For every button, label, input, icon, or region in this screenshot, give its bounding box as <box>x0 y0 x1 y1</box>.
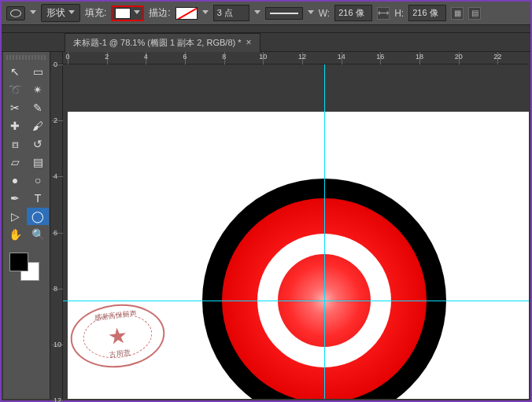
ruler-tick-label: 0 <box>65 53 69 61</box>
tool-preset-dropdown-icon[interactable] <box>30 10 36 17</box>
ruler-tick-label: 8 <box>54 285 57 293</box>
canvas-area[interactable]: 感谢高保留声 ★ 古用营 <box>63 65 529 399</box>
zoom-tool[interactable]: 🔍 <box>27 226 49 243</box>
ruler-tick-label: 10 <box>54 341 61 349</box>
toolbox-grip[interactable] <box>6 55 46 60</box>
canvas-pasteboard <box>63 65 529 112</box>
dodge-tool[interactable]: ○ <box>27 171 49 189</box>
shape-mode-select[interactable]: 形状 <box>41 4 80 22</box>
stroke-label: 描边: <box>149 6 170 20</box>
ruler-tick-label: 16 <box>376 53 384 61</box>
blur-tool[interactable]: ● <box>4 171 26 189</box>
ruler-tick-label: 0 <box>54 61 57 68</box>
horizontal-ruler[interactable]: 024681012141618202224 <box>63 52 529 65</box>
width-field[interactable]: 216 像 <box>334 5 372 21</box>
type-tool[interactable]: T <box>27 190 49 207</box>
ruler-tick-label: 6 <box>183 53 187 61</box>
stamp-tool[interactable]: ⧈ <box>4 135 26 153</box>
panel-divider <box>2 25 530 33</box>
ruler-tick-label: 10 <box>259 53 267 61</box>
link-wh-icon[interactable]: ⟷ <box>377 7 390 20</box>
document-tab[interactable]: 未标题-1 @ 78.1% (椭圆 1 副本 2, RGB/8) * × <box>65 33 260 52</box>
move-tool[interactable]: ↖ <box>4 63 26 80</box>
fill-swatch-highlight <box>111 6 144 21</box>
brush-tool[interactable]: 🖌 <box>27 117 49 135</box>
height-label: H: <box>394 8 404 19</box>
healing-tool[interactable]: ✚ <box>4 117 26 135</box>
ruler-tick-label: 2 <box>54 116 57 124</box>
ruler-tick-label: 12 <box>54 396 61 402</box>
width-label: W: <box>319 8 330 19</box>
vertical-ruler[interactable]: 024681012 <box>52 65 63 399</box>
ruler-tick-label: 4 <box>144 53 148 61</box>
chevron-down-icon[interactable] <box>202 10 209 17</box>
options-bar: 形状 填充: 描边: 3 点 W: 216 像 ⟷ H: 216 像 ▦ ▤ <box>2 2 530 25</box>
crop-tool[interactable]: ✂ <box>4 99 26 116</box>
ruler-tick-label: 14 <box>338 53 345 61</box>
ruler-tick-label: 12 <box>298 53 306 61</box>
color-wells <box>3 251 50 284</box>
ruler-tick-label: 2 <box>105 53 109 61</box>
fill-label: 填充: <box>85 6 106 20</box>
ruler-tick-label: 8 <box>222 53 226 61</box>
path-select-tool[interactable]: ▷ <box>4 208 26 225</box>
magic-wand-tool[interactable]: ✴ <box>27 81 49 98</box>
marquee-tool[interactable]: ▭ <box>27 63 49 80</box>
hand-tool[interactable]: ✋ <box>4 226 26 243</box>
ruler-tick-label: 18 <box>416 53 423 61</box>
ruler-tick-label: 4 <box>54 172 57 180</box>
arrange-icon[interactable]: ▤ <box>468 7 481 20</box>
stroke-size-field[interactable]: 3 点 <box>213 5 249 21</box>
stroke-swatch-none[interactable] <box>175 7 198 20</box>
app-window: 形状 填充: 描边: 3 点 W: 216 像 ⟷ H: 216 像 ▦ ▤ 未… <box>0 0 532 402</box>
guide-vertical[interactable] <box>324 65 325 399</box>
pen-tool[interactable]: ✒ <box>4 190 26 207</box>
tool-grid: ↖▭➰✴✂✎✚🖌⧈↺▱▤●○✒T▷◯✋🔍 <box>3 63 50 243</box>
gradient-tool[interactable]: ▤ <box>27 153 49 171</box>
eyedropper-tool[interactable]: ✎ <box>27 99 49 116</box>
ruler-tick-label: 20 <box>455 53 463 61</box>
lasso-tool[interactable]: ➰ <box>4 81 26 98</box>
chevron-down-icon[interactable] <box>254 10 260 17</box>
ellipse-shape-tool[interactable]: ◯ <box>27 208 49 225</box>
shape-mode-label: 形状 <box>46 6 65 20</box>
history-tool[interactable]: ↺ <box>27 135 49 153</box>
chevron-down-icon[interactable] <box>308 10 314 17</box>
document-tab-row: 未标题-1 @ 78.1% (椭圆 1 副本 2, RGB/8) * × <box>2 33 530 52</box>
align-icon[interactable]: ▦ <box>451 7 464 20</box>
guide-horizontal[interactable] <box>63 301 529 301</box>
eraser-tool[interactable]: ▱ <box>4 153 26 171</box>
fill-swatch[interactable] <box>115 8 131 19</box>
document-tab-title: 未标题-1 @ 78.1% (椭圆 1 副本 2, RGB/8) * <box>73 37 242 49</box>
toolbox: ↖▭➰✴✂✎✚🖌⧈↺▱▤●○✒T▷◯✋🔍 <box>3 52 50 399</box>
tool-preset-ellipse-icon[interactable] <box>6 6 25 20</box>
stroke-style-select[interactable] <box>265 7 303 20</box>
foreground-color-well[interactable] <box>9 253 28 271</box>
chevron-down-icon[interactable] <box>134 10 140 17</box>
ruler-tick-label: 22 <box>493 53 501 61</box>
height-field[interactable]: 216 像 <box>408 5 446 21</box>
chevron-down-icon <box>68 10 75 17</box>
close-icon[interactable]: × <box>246 37 252 48</box>
ruler-tick-label: 6 <box>54 229 57 237</box>
